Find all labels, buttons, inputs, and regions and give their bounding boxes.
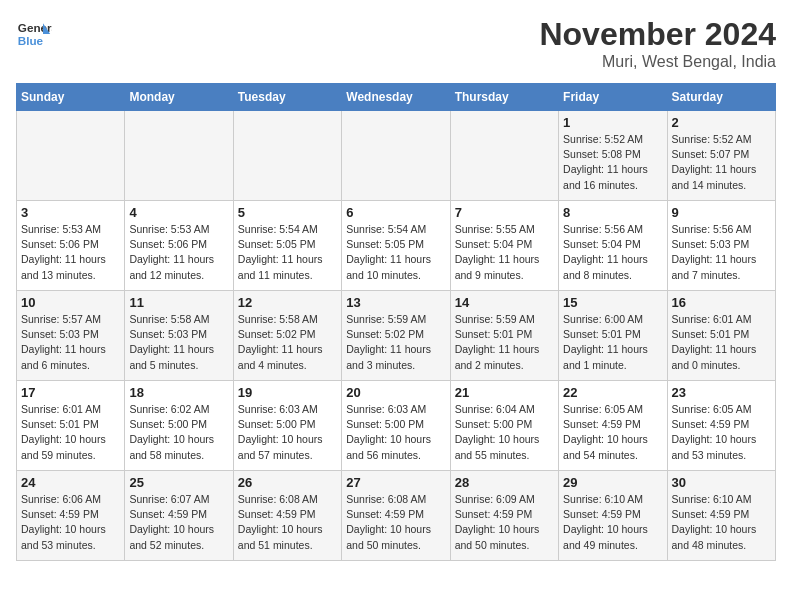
day-info: Sunrise: 6:05 AM Sunset: 4:59 PM Dayligh… [672,402,771,463]
day-info: Sunrise: 6:01 AM Sunset: 5:01 PM Dayligh… [672,312,771,373]
day-info: Sunrise: 5:54 AM Sunset: 5:05 PM Dayligh… [346,222,445,283]
weekday-header-monday: Monday [125,84,233,111]
day-info: Sunrise: 5:56 AM Sunset: 5:03 PM Dayligh… [672,222,771,283]
calendar-cell: 15Sunrise: 6:00 AM Sunset: 5:01 PM Dayli… [559,291,667,381]
day-number: 24 [21,475,120,490]
calendar-cell [17,111,125,201]
day-info: Sunrise: 5:58 AM Sunset: 5:02 PM Dayligh… [238,312,337,373]
calendar-cell: 6Sunrise: 5:54 AM Sunset: 5:05 PM Daylig… [342,201,450,291]
day-number: 29 [563,475,662,490]
day-info: Sunrise: 5:58 AM Sunset: 5:03 PM Dayligh… [129,312,228,373]
calendar-table: SundayMondayTuesdayWednesdayThursdayFrid… [16,83,776,561]
calendar-cell: 1Sunrise: 5:52 AM Sunset: 5:08 PM Daylig… [559,111,667,201]
calendar-cell: 7Sunrise: 5:55 AM Sunset: 5:04 PM Daylig… [450,201,558,291]
day-info: Sunrise: 5:55 AM Sunset: 5:04 PM Dayligh… [455,222,554,283]
day-info: Sunrise: 5:59 AM Sunset: 5:01 PM Dayligh… [455,312,554,373]
calendar-cell [342,111,450,201]
calendar-cell: 25Sunrise: 6:07 AM Sunset: 4:59 PM Dayli… [125,471,233,561]
calendar-cell: 27Sunrise: 6:08 AM Sunset: 4:59 PM Dayli… [342,471,450,561]
day-info: Sunrise: 5:56 AM Sunset: 5:04 PM Dayligh… [563,222,662,283]
calendar-cell [450,111,558,201]
calendar-cell: 23Sunrise: 6:05 AM Sunset: 4:59 PM Dayli… [667,381,775,471]
day-number: 14 [455,295,554,310]
calendar-cell: 10Sunrise: 5:57 AM Sunset: 5:03 PM Dayli… [17,291,125,381]
day-number: 19 [238,385,337,400]
day-number: 25 [129,475,228,490]
day-info: Sunrise: 6:04 AM Sunset: 5:00 PM Dayligh… [455,402,554,463]
calendar-cell: 19Sunrise: 6:03 AM Sunset: 5:00 PM Dayli… [233,381,341,471]
week-row-3: 10Sunrise: 5:57 AM Sunset: 5:03 PM Dayli… [17,291,776,381]
calendar-cell: 4Sunrise: 5:53 AM Sunset: 5:06 PM Daylig… [125,201,233,291]
day-number: 22 [563,385,662,400]
week-row-2: 3Sunrise: 5:53 AM Sunset: 5:06 PM Daylig… [17,201,776,291]
week-row-4: 17Sunrise: 6:01 AM Sunset: 5:01 PM Dayli… [17,381,776,471]
day-info: Sunrise: 5:57 AM Sunset: 5:03 PM Dayligh… [21,312,120,373]
calendar-cell: 11Sunrise: 5:58 AM Sunset: 5:03 PM Dayli… [125,291,233,381]
day-number: 13 [346,295,445,310]
weekday-row: SundayMondayTuesdayWednesdayThursdayFrid… [17,84,776,111]
day-info: Sunrise: 6:10 AM Sunset: 4:59 PM Dayligh… [672,492,771,553]
day-number: 12 [238,295,337,310]
day-number: 7 [455,205,554,220]
day-info: Sunrise: 6:02 AM Sunset: 5:00 PM Dayligh… [129,402,228,463]
day-number: 26 [238,475,337,490]
calendar-cell: 5Sunrise: 5:54 AM Sunset: 5:05 PM Daylig… [233,201,341,291]
title-block: November 2024 Muri, West Bengal, India [539,16,776,71]
day-number: 1 [563,115,662,130]
calendar-cell: 9Sunrise: 5:56 AM Sunset: 5:03 PM Daylig… [667,201,775,291]
calendar-cell: 16Sunrise: 6:01 AM Sunset: 5:01 PM Dayli… [667,291,775,381]
day-info: Sunrise: 6:00 AM Sunset: 5:01 PM Dayligh… [563,312,662,373]
day-number: 3 [21,205,120,220]
day-info: Sunrise: 6:09 AM Sunset: 4:59 PM Dayligh… [455,492,554,553]
calendar-cell: 8Sunrise: 5:56 AM Sunset: 5:04 PM Daylig… [559,201,667,291]
calendar-cell: 30Sunrise: 6:10 AM Sunset: 4:59 PM Dayli… [667,471,775,561]
day-info: Sunrise: 6:05 AM Sunset: 4:59 PM Dayligh… [563,402,662,463]
day-info: Sunrise: 6:06 AM Sunset: 4:59 PM Dayligh… [21,492,120,553]
weekday-header-sunday: Sunday [17,84,125,111]
weekday-header-wednesday: Wednesday [342,84,450,111]
svg-text:Blue: Blue [18,34,44,47]
weekday-header-saturday: Saturday [667,84,775,111]
calendar-cell: 28Sunrise: 6:09 AM Sunset: 4:59 PM Dayli… [450,471,558,561]
day-number: 17 [21,385,120,400]
day-number: 5 [238,205,337,220]
calendar-cell [233,111,341,201]
day-number: 4 [129,205,228,220]
day-info: Sunrise: 5:53 AM Sunset: 5:06 PM Dayligh… [21,222,120,283]
day-info: Sunrise: 5:59 AM Sunset: 5:02 PM Dayligh… [346,312,445,373]
day-number: 30 [672,475,771,490]
logo-icon: General Blue [16,16,52,52]
day-info: Sunrise: 6:08 AM Sunset: 4:59 PM Dayligh… [238,492,337,553]
calendar-cell: 20Sunrise: 6:03 AM Sunset: 5:00 PM Dayli… [342,381,450,471]
calendar-cell: 22Sunrise: 6:05 AM Sunset: 4:59 PM Dayli… [559,381,667,471]
day-number: 10 [21,295,120,310]
day-info: Sunrise: 5:54 AM Sunset: 5:05 PM Dayligh… [238,222,337,283]
day-number: 20 [346,385,445,400]
calendar-cell: 2Sunrise: 5:52 AM Sunset: 5:07 PM Daylig… [667,111,775,201]
calendar-cell: 17Sunrise: 6:01 AM Sunset: 5:01 PM Dayli… [17,381,125,471]
day-number: 15 [563,295,662,310]
day-info: Sunrise: 5:52 AM Sunset: 5:07 PM Dayligh… [672,132,771,193]
day-number: 27 [346,475,445,490]
weekday-header-friday: Friday [559,84,667,111]
week-row-1: 1Sunrise: 5:52 AM Sunset: 5:08 PM Daylig… [17,111,776,201]
calendar-cell: 14Sunrise: 5:59 AM Sunset: 5:01 PM Dayli… [450,291,558,381]
day-number: 9 [672,205,771,220]
day-number: 23 [672,385,771,400]
day-number: 2 [672,115,771,130]
calendar-header: SundayMondayTuesdayWednesdayThursdayFrid… [17,84,776,111]
day-info: Sunrise: 6:03 AM Sunset: 5:00 PM Dayligh… [238,402,337,463]
day-number: 6 [346,205,445,220]
day-info: Sunrise: 6:01 AM Sunset: 5:01 PM Dayligh… [21,402,120,463]
calendar-cell: 3Sunrise: 5:53 AM Sunset: 5:06 PM Daylig… [17,201,125,291]
page-header: General Blue November 2024 Muri, West Be… [16,16,776,71]
day-info: Sunrise: 6:08 AM Sunset: 4:59 PM Dayligh… [346,492,445,553]
calendar-cell: 29Sunrise: 6:10 AM Sunset: 4:59 PM Dayli… [559,471,667,561]
calendar-cell: 13Sunrise: 5:59 AM Sunset: 5:02 PM Dayli… [342,291,450,381]
weekday-header-thursday: Thursday [450,84,558,111]
day-number: 28 [455,475,554,490]
calendar-cell: 24Sunrise: 6:06 AM Sunset: 4:59 PM Dayli… [17,471,125,561]
calendar-cell: 26Sunrise: 6:08 AM Sunset: 4:59 PM Dayli… [233,471,341,561]
day-number: 21 [455,385,554,400]
month-title: November 2024 [539,16,776,53]
